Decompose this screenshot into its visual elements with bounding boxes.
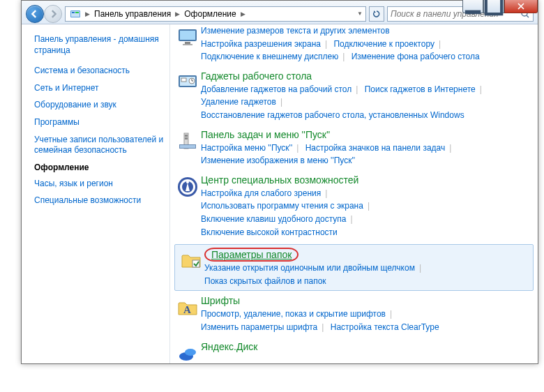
chevron-right-icon[interactable]: ▶ [174,10,181,17]
link-external-display[interactable]: Подключение к внешнему дисплею [201,52,338,61]
category-title-yandex-disk[interactable]: Яндекс.Диск [201,341,534,352]
svg-rect-14 [181,78,186,82]
back-button[interactable] [26,5,44,23]
svg-rect-9 [185,42,190,44]
category-title-ease-of-access[interactable]: Центр специальных возможностей [201,174,534,186]
link-single-double-click[interactable]: Указание открытия одиночным или двойным … [204,263,415,273]
link-add-gadgets[interactable]: Добавление гаджетов на рабочий стол [201,84,352,94]
link-taskbar-icons[interactable]: Настройка значков на панели задач [305,143,446,153]
sidebar-item-system[interactable]: Система и безопасность [34,66,164,77]
svg-rect-8 [180,31,195,40]
svg-rect-10 [183,44,192,45]
explorer-window: ▶ Панель управления ▶ Оформление ▶ ▼ Пан… [21,0,538,364]
svg-point-23 [186,181,189,183]
chevron-right-icon[interactable]: ▶ [239,10,247,17]
breadcrumb[interactable]: ▶ Панель управления ▶ Оформление ▶ ▼ [65,6,366,22]
link-start-picture[interactable]: Изменение изображения в меню ''Пуск'' [201,156,355,165]
folder-options-icon [178,248,204,287]
address-toolbar: ▶ Панель управления ▶ Оформление ▶ ▼ [22,1,538,24]
forward-button[interactable] [44,5,62,23]
link-resolution[interactable]: Настройка разрешения экрана [201,39,321,49]
category-title-folder-options[interactable]: Параметры папок [211,249,292,260]
highlighted-ring: Параметры папок [204,248,299,262]
category-title-fonts[interactable]: Шрифты [201,295,534,306]
link-desktop-bg[interactable]: Изменение фона рабочего стола [352,52,480,61]
category-taskbar: Панель задач и меню ''Пуск'' Настройка м… [174,128,534,173]
taskbar-icon [174,129,201,167]
sidebar-home-link[interactable]: Панель управления - домашняя страница [34,34,164,56]
link-start-menu[interactable]: Настройка меню ''Пуск'' [201,143,292,153]
maximize-button[interactable] [483,0,504,13]
sidebar-item-ease-of-access[interactable]: Специальные возможности [34,195,164,206]
window-body: Панель управления - домашняя страница Си… [22,24,538,363]
sidebar-item-programs[interactable]: Программы [34,117,164,128]
fonts-icon: A [174,295,201,333]
category-yandex-disk: Яндекс.Диск [174,340,534,364]
sidebar-item-appearance[interactable]: Оформление [34,163,164,172]
link-hidden-files[interactable]: Показ скрытых файлов и папок [204,276,326,286]
yandex-disk-icon [174,341,201,364]
link-low-vision[interactable]: Настройка для слабого зрения [201,188,321,198]
link-restore-gadgets[interactable]: Восстановление гаджетов рабочего стола, … [201,110,464,120]
svg-rect-17 [185,137,188,140]
close-button[interactable] [504,0,538,13]
sidebar: Панель управления - домашняя страница Си… [22,24,169,363]
category-ease-of-access: Центр специальных возможностей Настройка… [174,173,534,244]
category-fonts: A Шрифты Просмотр, удаление, показ и скр… [174,294,534,339]
sidebar-item-hardware[interactable]: Оборудование и звук [34,100,164,111]
svg-rect-5 [75,12,79,13]
link-access-keys[interactable]: Включение клавиш удобного доступа [201,214,347,224]
sidebar-item-clock[interactable]: Часы, язык и регион [34,179,164,190]
ease-of-access-icon [174,174,201,239]
link-projector[interactable]: Подключение к проектору [333,39,435,49]
link-remove-gadgets[interactable]: Удаление гаджетов [201,97,276,107]
svg-rect-19 [180,145,195,148]
category-gadgets: Гаджеты рабочего стола Добавление гаджет… [174,69,534,128]
refresh-button[interactable] [369,6,384,22]
svg-point-27 [185,349,196,356]
crumb-appearance[interactable]: Оформление [181,8,239,20]
link-font-settings[interactable]: Изменить параметры шрифта [201,322,317,332]
svg-rect-1 [486,0,501,14]
window-controls [462,0,538,13]
nav-buttons [26,5,62,23]
link-screen-reader[interactable]: Использовать программу чтения с экрана [201,201,363,211]
category-title-taskbar[interactable]: Панель задач и меню ''Пуск'' [201,129,534,140]
link-cleartype[interactable]: Настройка текста ClearType [331,322,439,332]
chevron-right-icon[interactable]: ▶ [84,10,91,17]
crumb-control-panel[interactable]: Панель управления [91,8,174,20]
svg-rect-0 [465,10,481,14]
control-panel-icon [70,8,81,20]
monitor-icon [174,24,201,63]
link-font-manage[interactable]: Просмотр, удаление, показ и скрытие шриф… [201,309,386,319]
svg-rect-4 [72,12,75,13]
sidebar-item-network[interactable]: Сеть и Интернет [34,83,164,94]
svg-text:A: A [183,304,191,315]
sidebar-item-user-accounts[interactable]: Учетные записи пользователей и семейная … [34,135,164,156]
link-text-size[interactable]: Изменение размеров текста и других элеме… [201,26,390,36]
link-high-contrast[interactable]: Включение высокой контрастности [201,227,338,237]
svg-rect-16 [185,135,188,137]
minimize-button[interactable] [462,0,483,13]
category-folder-options: Параметры папок Указание открытия одиноч… [174,244,534,291]
gadgets-icon [174,70,201,122]
category-display: Изменение размеров текста и других элеме… [174,24,534,69]
chevron-down-icon[interactable]: ▼ [356,10,364,17]
content-pane: Изменение размеров текста и других элеме… [169,24,538,363]
link-search-gadgets[interactable]: Поиск гаджетов в Интернете [365,84,476,94]
category-title-gadgets[interactable]: Гаджеты рабочего стола [201,70,534,82]
